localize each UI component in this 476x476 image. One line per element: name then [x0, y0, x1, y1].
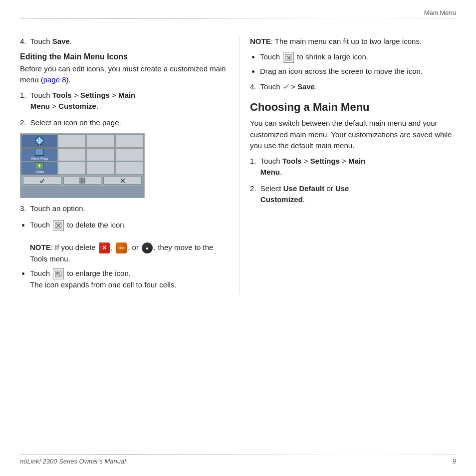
editing-heading: Editing the Main Menu Icons: [20, 52, 230, 61]
right-bullets-1: Touch to shrink a large icon. Drag an ic…: [260, 51, 456, 77]
step-4-save: Save: [52, 37, 70, 45]
step1-num: 1. Touch: [20, 91, 52, 99]
footer-manual-title: nüLink! 2300 Series Owner's Manual: [20, 458, 126, 465]
ss-cell-r1c4: [115, 135, 143, 148]
ss-cell-r2c3: [86, 148, 114, 161]
ss-tools-img: [35, 162, 44, 169]
ss-cell-r3c3: [86, 162, 114, 175]
ss-cell-r2c1: View Map: [21, 148, 57, 161]
ss-bottom-row: [21, 175, 143, 186]
choosing-step2-default: Use Default: [283, 184, 325, 193]
ss-btn-check: [23, 177, 61, 185]
editing-step3: 3. Touch an option.: [20, 203, 230, 215]
editing-step1: 1. Touch Tools > Settings > Main Menu > …: [20, 90, 230, 112]
right-step4-save: Save: [297, 82, 315, 91]
ss-cell-r3c1: Tools: [21, 162, 57, 175]
step1-customize: Customize: [58, 102, 96, 110]
step1-period: .: [96, 102, 98, 110]
ss-cell-r3c4: [115, 162, 143, 175]
footer-page-number: 9: [453, 458, 456, 465]
right-step4: 4. Touch ✓ > Save.: [250, 81, 456, 93]
ss-map-icon: [34, 136, 45, 147]
x-svg: [55, 222, 62, 229]
choosing-step1-period: .: [280, 168, 282, 176]
right-step4-period: .: [315, 82, 317, 91]
ss-tools-icon: [36, 163, 42, 169]
step2-num: 2.: [20, 118, 30, 127]
screenshot-menu: View Map Tools: [20, 133, 145, 198]
screenshot-grid: View Map Tools: [20, 134, 144, 198]
ss-check-icon: [39, 178, 45, 184]
left-column: 4. Touch Save. Editing the Main Menu Ico…: [20, 36, 230, 294]
shrink-icon: [283, 52, 294, 63]
step1-tools: Tools: [52, 91, 72, 99]
bullet-shrink: Touch to shrink a large icon.: [260, 51, 456, 63]
step1-gt1: >: [72, 91, 80, 99]
editing-intro-end: ).: [66, 75, 71, 84]
ss-viewmap-label: View Map: [31, 156, 48, 161]
note-fit-label: NOTE: [250, 37, 271, 45]
header-title: Main Menu: [424, 9, 456, 16]
ss-tools-label: Tools: [35, 170, 44, 174]
bullet-enlarge: Touch to enlarge the icon. The icon expa…: [30, 268, 230, 291]
svg-rect-4: [80, 178, 82, 180]
bullet-drag: Drag an icon across the screen to move t…: [260, 66, 456, 77]
page-header: Main Menu: [20, 9, 456, 19]
circle-icon: ●: [142, 242, 153, 253]
choosing-step1-gt2: >: [340, 157, 348, 165]
choosing-step1: 1. Touch Tools > Settings > Main Menu.: [250, 156, 456, 178]
step2-text: Select an icon on the page.: [30, 118, 121, 127]
enlarge-svg: [55, 270, 62, 277]
ss-cell-r2c2: [58, 148, 86, 161]
page-8-link[interactable]: page 8: [43, 75, 66, 84]
choosing-step1-settings: Settings: [310, 157, 340, 165]
red-x-icon: ✕: [99, 242, 110, 253]
editing-intro: Before you can edit icons, you must crea…: [20, 63, 230, 86]
ss-cell-r3c2: [58, 162, 86, 175]
choosing-step2-or: or: [324, 184, 335, 193]
editing-step2: 2. Select an icon on the page.: [20, 117, 230, 129]
page-footer: nüLink! 2300 Series Owner's Manual 9: [20, 454, 456, 465]
ss-btn-grid: [63, 177, 102, 185]
choosing-step2: 2. Select Use Default or Use Customized.: [250, 183, 456, 206]
note-label-delete: NOTE: [30, 243, 51, 251]
ss-viewmap-img: [35, 149, 44, 156]
bullet-delete: Touch to delete the icon. NOTE: If you d…: [30, 220, 230, 265]
step-4-period: .: [70, 37, 72, 45]
page: Main Menu 4. Touch Save. Editing the Mai…: [0, 0, 476, 476]
checkmark-icon: ✓: [282, 82, 289, 91]
ss-cell-r1c1: [21, 135, 57, 148]
step3-text: Touch an option.: [30, 204, 85, 213]
choosing-step1-gt1: >: [302, 157, 310, 165]
step-4-touch-save: 4. Touch Save.: [20, 36, 230, 47]
step-4-num: 4. Touch: [20, 37, 52, 45]
svg-rect-6: [80, 181, 82, 183]
choosing-step2-num: 2. Select: [250, 184, 283, 193]
choosing-intro: You can switch between the default main …: [250, 118, 456, 152]
arrow-icon: ⇦: [116, 242, 127, 253]
ss-cell-r1c2: [58, 135, 86, 148]
svg-rect-5: [83, 178, 85, 180]
choosing-step2-period: .: [303, 195, 305, 204]
ss-cell-r1c3: [86, 135, 114, 148]
step1-gt2: >: [110, 91, 118, 99]
ss-grid-icon: [79, 178, 85, 184]
right-column: NOTE: The main menu can fit up to two la…: [250, 36, 456, 294]
ss-cell-r2c4: [115, 148, 143, 161]
ss-x-icon: [120, 178, 126, 184]
delete-icon: [53, 220, 64, 231]
step1-gt3: >: [50, 102, 58, 110]
right-step4-gt: >: [291, 82, 297, 91]
choosing-step1-tools: Tools: [282, 157, 302, 165]
choosing-step1-num: 1. Touch: [250, 157, 282, 165]
step3-num: 3.: [20, 204, 30, 213]
svg-rect-7: [83, 181, 85, 183]
right-step4-num: 4. Touch: [250, 82, 282, 91]
shrink-svg: [285, 54, 292, 61]
ss-btn-x: [103, 177, 142, 185]
step1-settings: Settings: [80, 91, 110, 99]
editing-bullets: Touch to delete the icon. NOTE: If you d…: [30, 220, 230, 291]
choosing-heading: Choosing a Main Menu: [250, 101, 456, 114]
column-divider: [239, 36, 240, 294]
enlarge-icon: [53, 268, 64, 279]
